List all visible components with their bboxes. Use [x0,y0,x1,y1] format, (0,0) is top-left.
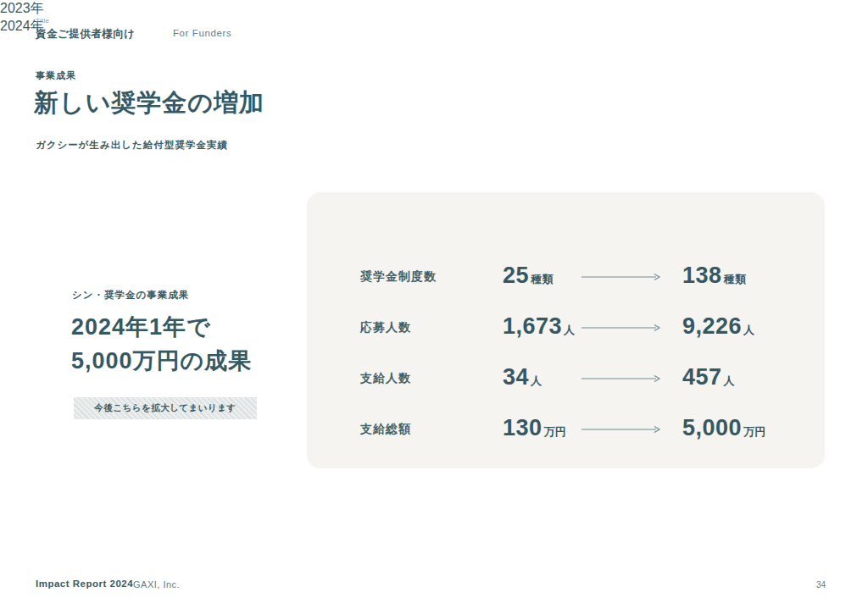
page-number: 34 [816,580,826,590]
row-value-before: 130 万円 [503,415,567,441]
row-value-before: 25 種類 [503,263,554,289]
left-panel-label: シン・奨学金の事業成果 [72,289,189,302]
row-label-applicants: 応募人数 [360,320,411,335]
growth-arrow-icon [581,374,661,383]
growth-arrow-icon [581,324,661,332]
value-number: 130 [503,415,542,441]
headline-line-1: 2024年1年で [71,314,211,340]
row-label-recipients: 支給人数 [360,371,411,386]
row-label-total-amount: 支給総額 [360,422,411,437]
growth-arrow-icon [581,273,661,281]
value-number: 25 [503,263,529,289]
left-panel-headline: 2024年1年で 5,000万円の成果 [71,310,252,378]
section-subheading: ガクシーが生み出した給付型奨学金実績 [36,139,228,152]
expansion-note: 今後こちらを拡大してまいります [74,397,257,419]
expansion-note-text: 今後こちらを拡大してまいります [94,402,236,414]
column-header-2023: 2023年 [0,0,868,18]
row-label-scholarship-programs: 奨学金制度数 [360,269,437,285]
row-value-after: 5,000 万円 [682,415,766,441]
value-unit: 種類 [531,272,554,287]
footer-report-title: Impact Report 2024 [36,579,133,589]
value-number: 457 [682,364,722,390]
row-value-before: 34 人 [503,364,542,390]
headline-line-2: 5,000万円の成果 [71,348,252,374]
value-unit: 万円 [544,424,567,440]
row-value-after: 9,226 人 [682,313,755,340]
audience-label: For Funders [173,28,231,38]
value-unit: 種類 [724,272,747,287]
value-number: 5,000 [682,415,742,441]
value-unit: 人 [724,374,736,389]
value-number: 34 [503,364,529,390]
row-value-before: 1,673 人 [503,313,576,340]
slide-title-value: 資金ご提供者様向け [36,27,136,42]
value-unit: 万円 [743,424,766,440]
section-eyebrow: 事業成果 [36,69,76,82]
value-number: 9,226 [682,313,742,340]
value-unit: 人 [531,374,542,389]
page-title: 新しい奨学金の増加 [34,86,264,120]
row-value-after: 457 人 [682,364,735,390]
value-number: 138 [682,263,722,289]
slide: Title 資金ご提供者様向け For Funders 事業成果 新しい奨学金の… [0,0,868,609]
growth-arrow-icon [581,425,661,434]
value-unit: 人 [743,323,755,338]
row-value-after: 138 種類 [682,263,747,289]
slide-title-label: Title [36,17,49,25]
footer-company: GAXI, Inc. [133,579,180,590]
value-unit: 人 [564,323,576,338]
value-number: 1,673 [503,313,562,340]
